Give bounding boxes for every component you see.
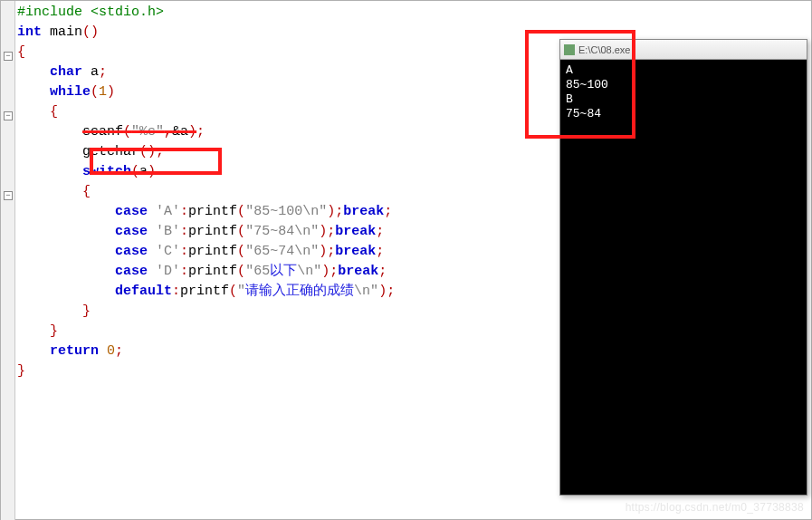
keyword-int: int [17, 24, 42, 40]
call-getchar: getchar [82, 144, 139, 159]
semicolon: ; [156, 144, 164, 159]
char-literal-C: 'C' [156, 244, 180, 259]
fold-toggle[interactable] [4, 111, 13, 120]
keyword-switch: switch [82, 164, 131, 179]
string-B: "75~84\n" [245, 224, 319, 239]
char-literal-D: 'D' [156, 264, 180, 279]
brace-close: } [82, 303, 91, 319]
code-area[interactable]: #include <stdio.h> int main() { char a; … [17, 3, 395, 381]
brace-close: } [50, 323, 58, 339]
string-D-cn: 以下 [270, 264, 297, 279]
paren: () [139, 144, 156, 159]
char-literal-A: 'A' [156, 204, 180, 219]
strikethrough-scanf: scanf("%c",&a) [82, 124, 196, 140]
string-D-pre: "65 [245, 264, 270, 279]
console-output: A 85~100 B 75~84 [560, 60, 807, 125]
char-literal-B: 'B' [156, 224, 180, 239]
string-A: "85~100\n" [245, 204, 327, 219]
editor-gutter [1, 1, 15, 520]
console-app-icon [564, 44, 575, 55]
keyword-default: default [115, 284, 172, 299]
console-line: A [566, 63, 573, 77]
fold-toggle[interactable] [4, 52, 13, 61]
string-def-cn: 请输入正确的成绩 [245, 284, 354, 299]
console-title: E:\C\08.exe [578, 44, 630, 55]
brace-open: { [50, 104, 58, 120]
decl-a: a [82, 64, 99, 80]
brace-open: { [82, 184, 91, 199]
number-one: 1 [99, 84, 107, 100]
keyword-while: while [50, 84, 91, 100]
watermark-text: https://blog.csdn.net/m0_37738838 [626, 501, 804, 514]
number-zero: 0 [107, 343, 115, 359]
fold-toggle[interactable] [4, 191, 13, 200]
keyword-return: return [50, 343, 99, 359]
semicolon: ; [99, 64, 107, 80]
string-C: "65~74\n" [245, 244, 319, 259]
console-line: B [566, 92, 573, 106]
keyword-char: char [50, 64, 82, 80]
paren: ) [148, 164, 156, 179]
keyword-case: case [115, 204, 148, 219]
console-line: 75~84 [566, 107, 601, 120]
string-def-pre: " [237, 284, 245, 299]
console-line: 85~100 [566, 78, 608, 91]
paren: ) [107, 84, 115, 100]
brace-close: } [17, 363, 25, 379]
switch-var: a [139, 164, 148, 179]
brace-open: { [17, 44, 25, 60]
paren: ( [131, 164, 139, 179]
preprocessor-line: #include <stdio.h> [17, 5, 164, 20]
console-window[interactable]: E:\C\08.exe A 85~100 B 75~84 [559, 39, 807, 496]
console-titlebar[interactable]: E:\C\08.exe [560, 40, 807, 60]
paren: ( [91, 84, 99, 100]
string-def-post: \n" [354, 284, 378, 299]
identifier-main: main [50, 24, 82, 40]
code-editor-frame: #include <stdio.h> int main() { char a; … [0, 0, 812, 520]
string-D-post: \n" [297, 264, 321, 279]
paren: () [82, 24, 99, 40]
